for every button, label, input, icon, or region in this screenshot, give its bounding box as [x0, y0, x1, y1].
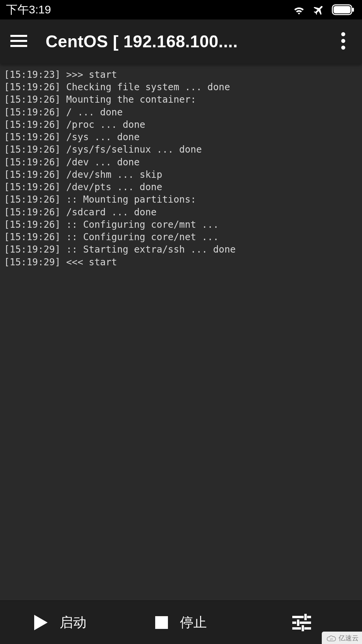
svg-point-7: [341, 39, 345, 43]
console-output[interactable]: [15:19:23] >>> start[15:19:26] Checking …: [0, 64, 362, 600]
console-line: [15:19:23] >>> start: [4, 68, 358, 81]
console-line: [15:19:26] /sys ... done: [4, 131, 358, 143]
svg-rect-12: [307, 616, 311, 618]
console-line: [15:19:26] Mounting the container:: [4, 93, 358, 106]
console-line: [15:19:26] /proc ... done: [4, 118, 358, 131]
svg-rect-2: [352, 8, 354, 12]
cloud-icon: ys: [326, 635, 337, 642]
menu-button[interactable]: [8, 31, 29, 52]
svg-point-8: [341, 46, 345, 50]
play-icon: [34, 615, 48, 630]
console-line: [15:19:26] /dev ... done: [4, 156, 358, 168]
svg-rect-3: [10, 35, 27, 37]
battery-icon: [332, 4, 355, 15]
stop-icon: [155, 616, 168, 629]
svg-rect-11: [292, 616, 304, 618]
hamburger-icon: [10, 34, 27, 49]
console-line: [15:19:26] /dev/shm ... skip: [4, 168, 358, 181]
status-right-cluster: [292, 3, 355, 16]
svg-rect-10: [155, 616, 168, 629]
status-time: 下午3:19: [6, 2, 51, 17]
console-line: [15:19:26] /dev/pts ... done: [4, 181, 358, 193]
svg-rect-16: [297, 620, 299, 626]
overflow-menu-button[interactable]: [333, 31, 354, 52]
console-line: [15:19:26] :: Mounting partitions:: [4, 193, 358, 206]
console-line: [15:19:26] / ... done: [4, 106, 358, 118]
start-button-label: 启动: [60, 613, 86, 632]
console-line: [15:19:26] Checking file system ... done: [4, 81, 358, 93]
tune-icon: [292, 614, 311, 631]
app-bar: CentOS [ 192.168.100....: [0, 19, 362, 64]
stop-button-label: 停止: [180, 613, 207, 632]
console-line: [15:19:29] :: Starting extra/ssh ... don…: [4, 243, 358, 256]
airplane-mode-icon: [312, 3, 326, 16]
svg-rect-19: [302, 625, 304, 631]
console-line: [15:19:26] :: Configuring core/net ...: [4, 231, 358, 243]
svg-rect-1: [334, 6, 351, 13]
svg-rect-5: [10, 45, 27, 47]
svg-rect-17: [292, 627, 301, 630]
console-line: [15:19:26] :: Configuring core/mnt ...: [4, 218, 358, 231]
svg-text:ys: ys: [330, 637, 333, 640]
watermark-text: 亿速云: [339, 634, 359, 643]
console-line: [15:19:26] /sdcard ... done: [4, 206, 358, 218]
bottom-bar: 启动 停止: [0, 600, 362, 644]
svg-point-6: [341, 32, 345, 36]
svg-marker-9: [34, 615, 48, 630]
svg-rect-15: [300, 622, 311, 624]
status-bar: 下午3:19: [0, 0, 362, 19]
app-title: CentOS [ 192.168.100....: [46, 32, 316, 51]
svg-rect-13: [304, 614, 307, 620]
console-line: [15:19:26] /sys/fs/selinux ... done: [4, 143, 358, 156]
stop-button[interactable]: 停止: [121, 601, 241, 644]
more-vert-icon: [341, 32, 346, 51]
svg-rect-18: [304, 627, 311, 630]
svg-rect-4: [10, 40, 27, 42]
start-button[interactable]: 启动: [0, 601, 121, 644]
wifi-icon: [292, 4, 306, 15]
console-line: [15:19:29] <<< start: [4, 256, 358, 268]
svg-rect-14: [292, 622, 296, 624]
watermark: ys 亿速云: [322, 632, 362, 644]
